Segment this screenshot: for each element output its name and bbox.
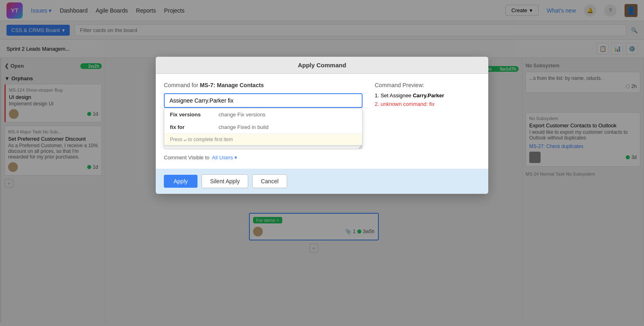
- preview-title: Command Preview:: [375, 82, 480, 88]
- autocomplete-dropdown: Fix versions change Fix versions fix for…: [164, 108, 363, 146]
- command-input[interactable]: [164, 93, 363, 108]
- ac-item-fix-versions[interactable]: Fix versions change Fix versions: [164, 108, 362, 121]
- dialog-left-panel: Command for MS-7: Manage Contacts Fix ve…: [164, 82, 363, 161]
- dialog-body: Command for MS-7: Manage Contacts Fix ve…: [156, 74, 488, 169]
- command-for-label: Command for MS-7: Manage Contacts: [164, 82, 363, 88]
- dialog-header: Apply Command: [156, 57, 488, 74]
- apply-button[interactable]: Apply: [164, 175, 197, 188]
- apply-command-dialog: Apply Command Command for MS-7: Manage C…: [156, 57, 488, 194]
- cancel-button[interactable]: Cancel: [252, 174, 287, 188]
- visible-to: Comment Visible to All Users ▾: [164, 154, 363, 161]
- silent-apply-button[interactable]: Silent Apply: [202, 174, 248, 188]
- ac-item-fix-for[interactable]: fix for change Fixed in build: [164, 121, 362, 133]
- preview-item-2: 2. unknown command: fix: [375, 101, 480, 107]
- command-input-wrap: Fix versions change Fix versions fix for…: [164, 93, 363, 108]
- preview-item-1: 1. Set Assignee Carry.Parker: [375, 92, 480, 99]
- visible-to-value[interactable]: All Users ▾: [212, 154, 237, 161]
- dialog-footer: Apply Silent Apply Cancel: [156, 169, 488, 194]
- ac-hint: Press ↵ to complete first item: [164, 133, 362, 145]
- dialog-right-panel: Command Preview: 1. Set Assignee Carry.P…: [375, 82, 480, 161]
- modal-overlay: Apply Command Command for MS-7: Manage C…: [0, 0, 644, 323]
